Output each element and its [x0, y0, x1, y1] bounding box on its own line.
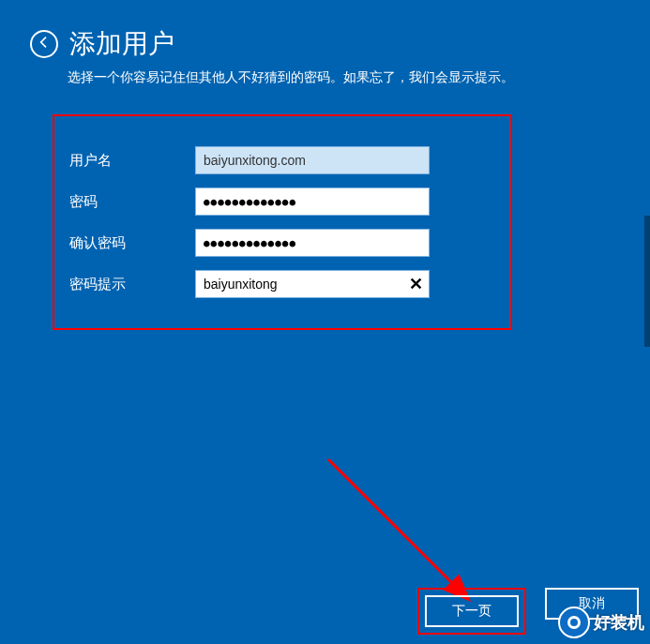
page-subtitle: 选择一个你容易记住但其他人不好猜到的密码。如果忘了，我们会显示提示。: [0, 62, 650, 86]
next-button-highlight: 下一页: [417, 588, 526, 635]
form-highlight-box: 用户名 密码 确认密码 密码提示 ✕: [53, 114, 512, 330]
close-icon: ✕: [409, 274, 423, 294]
footer-buttons: 下一页 取消: [417, 588, 639, 635]
input-confirm-password[interactable]: [195, 229, 430, 257]
page-title: 添加用户: [69, 26, 174, 62]
row-username: 用户名: [64, 146, 501, 174]
label-confirm-password: 确认密码: [64, 234, 195, 252]
cancel-button[interactable]: 取消: [545, 588, 639, 620]
label-password: 密码: [64, 193, 195, 211]
clear-hint-button[interactable]: ✕: [401, 270, 430, 298]
svg-line-1: [328, 459, 469, 600]
back-arrow-icon: [37, 35, 52, 53]
input-password-hint[interactable]: [195, 270, 430, 298]
scrollbar-edge: [644, 216, 650, 347]
input-username[interactable]: [195, 146, 430, 174]
input-password[interactable]: [195, 187, 430, 216]
row-confirm-password: 确认密码: [64, 229, 501, 257]
next-button[interactable]: 下一页: [425, 595, 519, 627]
label-username: 用户名: [64, 152, 195, 170]
row-password: 密码: [64, 187, 501, 216]
label-password-hint: 密码提示: [64, 276, 195, 293]
back-button[interactable]: [30, 30, 58, 58]
row-password-hint: 密码提示 ✕: [64, 270, 501, 298]
